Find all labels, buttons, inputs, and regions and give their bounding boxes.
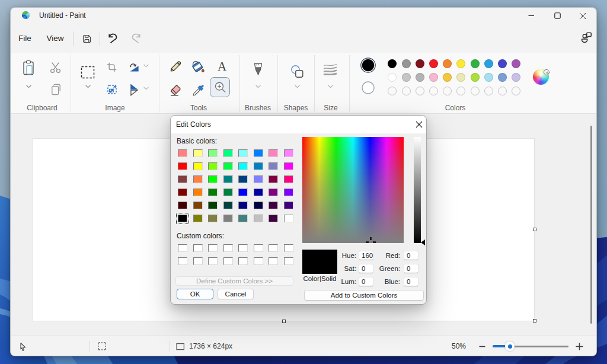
save-button[interactable] — [78, 30, 95, 47]
shapes-dropdown[interactable] — [293, 83, 301, 90]
basic-color-swatch[interactable] — [254, 175, 263, 183]
basic-color-swatch[interactable] — [178, 175, 187, 183]
custom-color-slot[interactable] — [238, 244, 248, 252]
palette-empty-slot[interactable] — [484, 87, 493, 95]
dialog-close-button[interactable] — [411, 116, 426, 133]
basic-color-swatch[interactable] — [238, 149, 248, 157]
edit-colors-button[interactable] — [532, 67, 551, 86]
basic-color-swatch[interactable] — [238, 189, 248, 196]
color-picker-tool[interactable] — [190, 82, 206, 98]
minimize-button[interactable] — [518, 8, 544, 24]
palette-color[interactable] — [416, 73, 424, 82]
flip-dropdown[interactable] — [142, 85, 150, 92]
canvas-resize-handle-right[interactable] — [533, 228, 536, 231]
basic-color-swatch[interactable] — [284, 175, 293, 183]
crop-button[interactable] — [104, 60, 119, 74]
paste-dropdown[interactable] — [24, 83, 33, 90]
custom-color-slot[interactable] — [269, 257, 278, 265]
menu-view[interactable]: View — [43, 30, 67, 47]
paste-button[interactable] — [20, 57, 37, 78]
basic-color-swatch[interactable] — [208, 162, 218, 170]
basic-color-swatch[interactable] — [254, 162, 263, 170]
custom-color-slot[interactable] — [193, 244, 203, 252]
palette-empty-slot[interactable] — [512, 87, 520, 95]
pencil-tool[interactable] — [167, 59, 183, 74]
basic-color-swatch[interactable] — [208, 175, 218, 183]
basic-color-swatch[interactable] — [223, 202, 233, 209]
undo-button[interactable] — [104, 30, 122, 47]
cut-button[interactable] — [47, 60, 63, 75]
size-dropdown[interactable] — [326, 83, 334, 90]
flip-button[interactable] — [127, 83, 141, 96]
palette-color[interactable] — [456, 59, 465, 68]
basic-color-swatch[interactable] — [269, 149, 278, 157]
sat-field[interactable]: 0 — [359, 264, 373, 273]
palette-color[interactable] — [456, 73, 465, 82]
basic-color-swatch[interactable] — [269, 215, 278, 222]
feedback-button[interactable] — [576, 27, 596, 47]
custom-color-slot[interactable] — [193, 257, 203, 265]
rotate-dropdown[interactable] — [142, 62, 150, 69]
palette-color[interactable] — [512, 59, 520, 68]
luminance-slider-arrow[interactable] — [421, 240, 425, 245]
basic-color-swatch[interactable] — [178, 149, 187, 157]
custom-color-slot[interactable] — [284, 257, 293, 265]
basic-color-swatch[interactable] — [269, 202, 278, 209]
maximize-button[interactable] — [544, 8, 570, 24]
rotate-button[interactable] — [127, 60, 141, 74]
custom-color-slot[interactable] — [178, 257, 187, 265]
palette-empty-slot[interactable] — [388, 87, 397, 95]
palette-empty-slot[interactable] — [456, 87, 465, 95]
palette-color[interactable] — [443, 73, 452, 82]
basic-color-swatch[interactable] — [193, 215, 203, 222]
size-button[interactable] — [321, 60, 339, 78]
background-color-swatch[interactable] — [362, 81, 375, 94]
palette-color[interactable] — [484, 59, 493, 68]
basic-color-swatch[interactable] — [284, 149, 293, 157]
basic-color-swatch[interactable] — [223, 149, 233, 157]
basic-color-swatch[interactable] — [223, 215, 233, 222]
text-tool[interactable]: A — [214, 59, 230, 74]
palette-empty-slot[interactable] — [471, 87, 480, 95]
add-to-custom-colors-button[interactable]: Add to Custom Colors — [304, 290, 424, 301]
vertical-scrollbar[interactable] — [590, 126, 592, 324]
define-custom-colors-button[interactable]: Define Custom Colors >> — [175, 276, 293, 286]
magnifier-tool-selected[interactable] — [210, 77, 230, 97]
close-button[interactable] — [570, 8, 596, 24]
palette-color[interactable] — [402, 73, 411, 82]
palette-color[interactable] — [443, 59, 452, 68]
basic-color-swatch[interactable] — [238, 162, 248, 170]
basic-color-swatch[interactable] — [223, 189, 233, 196]
palette-empty-slot[interactable] — [416, 87, 424, 95]
menu-file[interactable]: File — [15, 30, 35, 47]
luminance-bar[interactable] — [414, 137, 421, 243]
palette-empty-slot[interactable] — [402, 87, 411, 95]
basic-color-swatch[interactable] — [269, 189, 278, 196]
zoom-slider[interactable] — [493, 341, 568, 351]
redo-button[interactable] — [127, 30, 145, 47]
hue-saturation-field[interactable] — [302, 137, 404, 243]
basic-color-swatch[interactable] — [238, 202, 248, 209]
custom-color-slot[interactable] — [208, 244, 218, 252]
zoom-in-icon[interactable] — [576, 343, 583, 350]
basic-color-swatch[interactable] — [269, 175, 278, 183]
basic-color-swatch[interactable] — [208, 202, 218, 209]
brushes-button[interactable] — [249, 60, 267, 78]
basic-color-swatch[interactable] — [284, 162, 293, 170]
select-button[interactable] — [79, 63, 97, 81]
basic-color-swatch[interactable] — [254, 215, 263, 222]
basic-color-swatch[interactable] — [193, 202, 203, 209]
palette-color[interactable] — [388, 59, 397, 68]
basic-color-swatch[interactable] — [254, 189, 263, 196]
basic-color-swatch[interactable] — [193, 175, 203, 183]
copy-button[interactable] — [48, 82, 63, 97]
basic-color-swatch[interactable] — [178, 189, 187, 196]
basic-color-swatch[interactable] — [193, 162, 203, 170]
hue-field[interactable]: 160 — [359, 251, 373, 260]
basic-color-swatch[interactable] — [193, 189, 203, 196]
basic-color-swatch[interactable] — [254, 149, 263, 157]
brushes-dropdown[interactable] — [254, 83, 262, 90]
shapes-button[interactable] — [288, 63, 306, 81]
palette-color[interactable] — [498, 59, 507, 68]
red-field[interactable]: 0 — [404, 251, 418, 260]
